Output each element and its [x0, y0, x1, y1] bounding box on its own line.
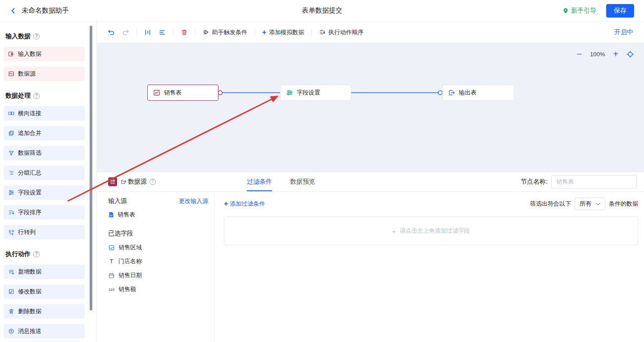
sidebar-item-label: 分组汇总: [18, 169, 41, 177]
filter-empty-placeholder[interactable]: + 请点击左上角添加过滤字段: [224, 216, 638, 245]
page-title: 表单数据提交: [0, 6, 644, 15]
sidebar-item-message-push[interactable]: 消息推送: [4, 324, 85, 338]
zoom-out-button[interactable]: −: [576, 50, 582, 58]
panel-tabs: 过滤条件 数据预览: [247, 172, 315, 191]
panel-body: 输入源 更改输入源 销售表 已选字段 销售区域 T 门店名称: [97, 192, 644, 342]
help-icon[interactable]: ?: [150, 179, 156, 185]
append-merge-icon: [8, 130, 14, 136]
delete-node-button[interactable]: [181, 29, 188, 36]
filter-empty-hint: 请点击左上角添加过滤字段: [399, 227, 470, 235]
sidebar-item-group-summary[interactable]: 分组汇总: [4, 166, 85, 180]
horizontal-join-icon: [8, 110, 14, 117]
add-mock-data-button[interactable]: + 添加模拟数据: [262, 28, 304, 36]
node-sales-table[interactable]: 销售表: [147, 85, 218, 101]
trash-icon: [181, 29, 188, 36]
node-output-table[interactable]: 输出表: [442, 85, 514, 101]
flow-canvas[interactable]: − 100% + 销售表 字段设置 输出表: [97, 43, 644, 172]
play-trigger-icon: [203, 29, 209, 36]
distribute-vertical-icon: [144, 29, 151, 36]
sidebar-item-append-merge[interactable]: 追加合并: [4, 126, 85, 140]
message-push-icon: [8, 328, 14, 334]
input-source-item[interactable]: 销售表: [108, 211, 208, 219]
field-sort-icon: [8, 209, 14, 216]
location-pin-icon: [562, 8, 569, 14]
datasource-node-badge-icon: [108, 177, 117, 186]
toolbar-divider: [254, 29, 255, 36]
output-table-icon: [448, 89, 455, 96]
action-order-button[interactable]: 执行动作顺序: [319, 28, 363, 36]
sidebar-scrollbar[interactable]: [90, 26, 92, 310]
input-source-panel: 输入源 更改输入源 销售表 已选字段 销售区域 T 门店名称: [97, 192, 215, 342]
add-filter-label: 添加过滤条件: [230, 200, 265, 208]
redo-icon: [122, 29, 129, 36]
sidebar-item-data-filter[interactable]: 数据筛选: [4, 146, 85, 160]
input-source-label: 输入源: [108, 197, 127, 205]
help-icon[interactable]: ?: [33, 251, 40, 257]
assistant-status[interactable]: 开启中: [614, 28, 633, 36]
undo-button[interactable]: [108, 29, 115, 36]
tab-data-preview[interactable]: 数据预览: [290, 172, 315, 191]
distribute-vertical-button[interactable]: [144, 29, 151, 36]
help-icon[interactable]: ?: [33, 33, 40, 40]
field-label: 销售日期: [118, 271, 142, 279]
match-mode-select[interactable]: 所有: [575, 198, 605, 210]
sidebar-item-field-sort[interactable]: 字段排序: [4, 205, 85, 220]
panel-source-label: 数据源: [128, 178, 147, 186]
zoom-in-button[interactable]: +: [613, 50, 618, 58]
save-button[interactable]: 保存: [606, 4, 634, 18]
number-field-icon: 123: [108, 288, 115, 292]
node-field-settings[interactable]: 字段设置: [280, 85, 351, 101]
toolbar-divider: [173, 29, 173, 36]
sidebar-item-datasource[interactable]: 数据源: [4, 67, 85, 81]
top-bar: 未命名数据助手 表单数据提交 新手引导 保存: [0, 0, 644, 22]
sidebar-item-delete-data[interactable]: 删除数据: [4, 304, 85, 319]
sidebar-item-label: 新增数据: [18, 268, 41, 276]
node-name-group: 节点名称:: [521, 175, 637, 189]
field-item-sales-region[interactable]: 销售区域: [108, 243, 208, 252]
section-title-text: 数据处理: [5, 92, 31, 100]
field-item-sales-amount[interactable]: 123 销售额: [108, 285, 208, 293]
sidebar: 输入数据 ? 输入数据 数据源 数据处理 ? 横向连接 追加合并 数据筛选: [0, 22, 97, 342]
redo-button[interactable]: [122, 29, 129, 36]
sidebar-item-label: 修改数据: [18, 288, 41, 296]
flow-connections: [97, 43, 644, 172]
distribute-horizontal-button[interactable]: [159, 29, 166, 36]
match-mode-value: 所有: [580, 200, 591, 208]
connector-dot: [218, 91, 222, 95]
selected-fields-label: 已选字段: [108, 230, 208, 238]
sidebar-item-modify-data[interactable]: 修改数据: [4, 284, 85, 299]
node-label: 销售表: [164, 89, 181, 97]
trigger-conditions-button[interactable]: 助手触发条件: [203, 28, 247, 36]
field-item-sales-date[interactable]: 销售日期: [108, 271, 208, 279]
sidebar-item-horizontal-join[interactable]: 横向连接: [4, 106, 85, 121]
sidebar-item-label: 数据源: [18, 70, 36, 78]
back-button[interactable]: [10, 7, 17, 14]
row-to-column-icon: [8, 229, 14, 235]
field-label: 门店名称: [118, 257, 142, 266]
change-input-source-link[interactable]: 更改输入源: [179, 197, 208, 205]
node-name-input[interactable]: [551, 175, 637, 189]
assistant-title: 未命名数据助手: [22, 6, 69, 15]
sidebar-item-label: 字段设置: [18, 189, 41, 197]
field-item-store-name[interactable]: T 门店名称: [108, 257, 208, 266]
sidebar-item-add-data[interactable]: 新增数据: [4, 265, 85, 279]
zoom-controls: − 100% +: [576, 50, 634, 58]
crosshair-icon: [626, 50, 634, 58]
plus-icon: +: [262, 29, 266, 36]
text-field-icon: T: [108, 258, 115, 265]
sidebar-item-row-to-column[interactable]: 行转列: [4, 225, 85, 239]
add-mock-data-label: 添加模拟数据: [269, 28, 304, 36]
trigger-conditions-label: 助手触发条件: [212, 28, 247, 36]
node-config-panel: 数据源 ? 过滤条件 数据预览 节点名称: 输入源 更改输入源: [97, 172, 644, 342]
section-title-input-data: 输入数据 ?: [5, 32, 95, 40]
chevron-left-icon: [10, 7, 17, 14]
beginner-guide-link[interactable]: 新手引导: [562, 7, 596, 15]
plus-icon: +: [392, 227, 396, 235]
help-icon[interactable]: ?: [33, 93, 40, 99]
sidebar-item-input-data[interactable]: 输入数据: [4, 47, 85, 61]
locate-center-button[interactable]: [626, 50, 634, 58]
add-filter-condition-button[interactable]: + 添加过滤条件: [224, 200, 265, 208]
sidebar-item-field-settings[interactable]: 字段设置: [4, 185, 85, 200]
tab-label: 过滤条件: [247, 178, 272, 186]
tab-filter-conditions[interactable]: 过滤条件: [247, 172, 272, 191]
